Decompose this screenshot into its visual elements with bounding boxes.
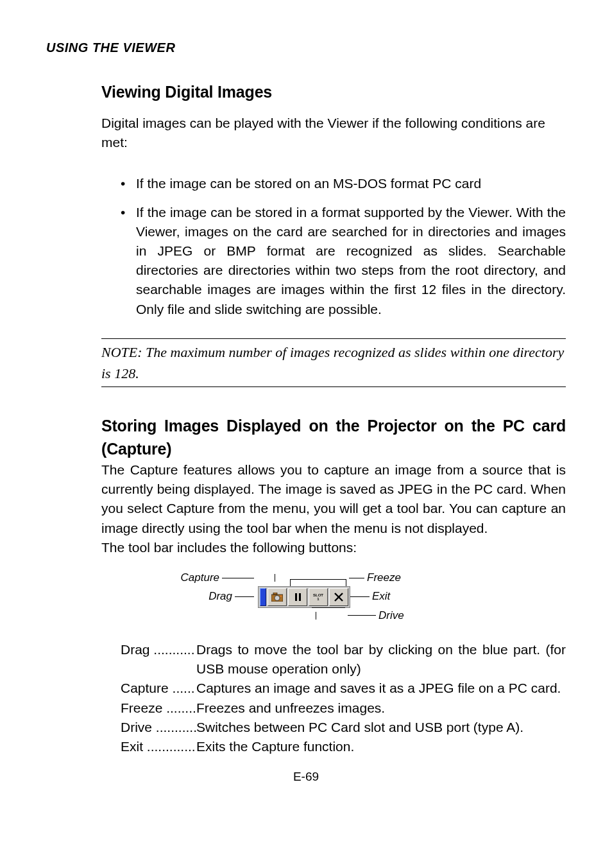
label-drive: Drive	[378, 608, 404, 623]
bullet-marker: •	[121, 174, 130, 193]
def-term: Exit .............	[121, 737, 196, 756]
running-header: USING THE VIEWER	[46, 39, 566, 57]
def-desc: Captures an image and saves it as a JPEG…	[196, 679, 566, 698]
svg-point-2	[275, 595, 280, 600]
def-desc: Switches between PC Card slot and USB po…	[196, 718, 566, 737]
def-term: Drag ...........	[121, 640, 196, 679]
def-desc: Drags to move the tool bar by clicking o…	[196, 640, 566, 679]
slot-icon: SLOT 1	[313, 593, 323, 601]
def-desc: Exits the Capture function.	[196, 737, 566, 756]
intro-paragraph: Digital images can be played with the Vi…	[101, 114, 566, 152]
note-text: NOTE: The maximum number of images recog…	[101, 339, 566, 386]
page-number: E-69	[46, 768, 566, 785]
pause-icon	[295, 593, 301, 601]
toolbar-diagram: Capture Freeze Drag	[46, 570, 566, 623]
bullet-text: If the image can be stored on an MS-DOS …	[136, 174, 566, 193]
svg-point-3	[280, 595, 282, 596]
exit-button[interactable]	[329, 588, 348, 606]
svg-rect-1	[273, 593, 277, 595]
def-drag: Drag ........... Drags to move the tool …	[121, 640, 566, 679]
capture-button[interactable]	[268, 588, 287, 606]
drive-button[interactable]: SLOT 1	[309, 588, 328, 606]
capture-paragraph: The Capture features allows you to captu…	[101, 460, 566, 538]
heading-viewing-digital-images: Viewing Digital Images	[101, 80, 566, 103]
toolbar-intro: The tool bar includes the following butt…	[101, 538, 566, 557]
bullet-marker: •	[121, 203, 130, 319]
capture-toolbar: SLOT 1	[258, 586, 350, 608]
definition-list: Drag ........... Drags to move the tool …	[121, 640, 566, 756]
bullet-text: If the image can be stored in a format s…	[136, 203, 566, 319]
def-term: Drive ...........	[121, 718, 196, 737]
def-term: Capture ......	[121, 679, 196, 698]
bullet-item: • If the image can be stored in a format…	[121, 203, 566, 319]
heading-storing-images: Storing Images Displayed on the Projecto…	[101, 414, 566, 460]
label-capture: Capture	[181, 570, 219, 586]
note-bottom-rule	[101, 386, 566, 387]
def-drive: Drive ........... Switches between PC Ca…	[121, 718, 566, 737]
def-freeze: Freeze ........ Freezes and unfreezes im…	[121, 699, 566, 718]
label-drag: Drag	[208, 589, 232, 604]
def-desc: Freezes and unfreezes images.	[196, 699, 566, 718]
label-freeze: Freeze	[367, 570, 401, 586]
drag-handle[interactable]	[260, 588, 266, 606]
bullet-item: • If the image can be stored on an MS-DO…	[121, 174, 566, 193]
label-exit: Exit	[372, 589, 390, 604]
freeze-button[interactable]	[288, 588, 307, 606]
def-exit: Exit ............. Exits the Capture fun…	[121, 737, 566, 756]
def-term: Freeze ........	[121, 699, 196, 718]
def-capture: Capture ...... Captures an image and sav…	[121, 679, 566, 698]
